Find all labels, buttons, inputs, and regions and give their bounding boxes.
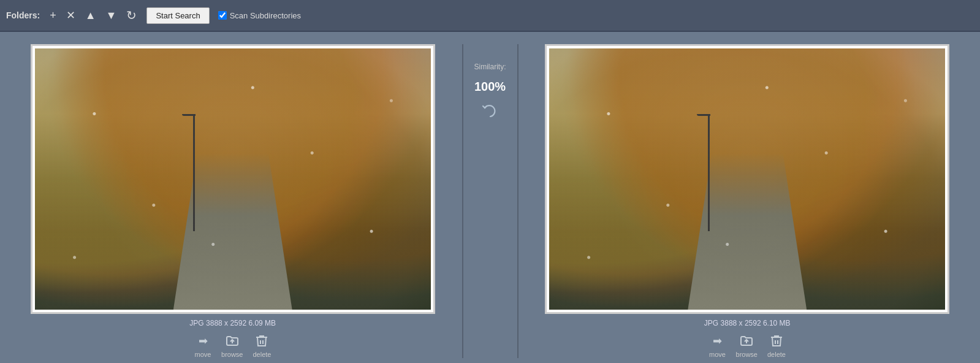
- left-move-label: move: [195, 351, 211, 358]
- move-arrow-icon: ➡: [194, 332, 211, 350]
- right-delete-trash-icon: [768, 332, 785, 350]
- right-move-arrow-icon: ➡: [709, 332, 726, 350]
- add-folder-button[interactable]: +: [47, 9, 59, 22]
- left-image: [35, 48, 431, 310]
- raindrops-left: [35, 48, 431, 310]
- similarity-value: 100%: [474, 80, 506, 94]
- left-browse-button[interactable]: browse: [221, 332, 243, 358]
- left-divider: [462, 44, 463, 358]
- scan-subdirs-checkbox[interactable]: [218, 11, 227, 20]
- folders-label: Folders:: [6, 10, 40, 20]
- scan-subdirs-label[interactable]: Scan Subdirectories: [218, 11, 301, 20]
- right-image: [549, 48, 945, 310]
- left-image-frame: [31, 44, 435, 314]
- move-up-button[interactable]: ▲: [83, 9, 99, 22]
- right-delete-button[interactable]: delete: [767, 332, 786, 358]
- right-image-frame: [545, 44, 949, 314]
- start-search-button[interactable]: Start Search: [146, 7, 209, 24]
- lamp-post-right: [708, 114, 710, 232]
- left-delete-label: delete: [253, 351, 271, 358]
- left-image-actions: ➡ move browse: [194, 332, 271, 358]
- toolbar: Folders: + ✕ ▲ ▼ ↻ Start Search Scan Sub…: [0, 0, 980, 32]
- road-right: [688, 153, 807, 310]
- right-browse-button[interactable]: browse: [736, 332, 758, 358]
- move-down-button[interactable]: ▼: [104, 9, 120, 22]
- left-move-button[interactable]: ➡ move: [194, 332, 211, 358]
- similarity-panel: Similarity: 100%: [466, 44, 515, 123]
- right-divider: [517, 44, 518, 358]
- main-content: JPG 3888 x 2592 6.09 MB ➡ move browse: [0, 32, 980, 363]
- similarity-label: Similarity:: [474, 63, 506, 71]
- raindrops-right: [549, 48, 945, 310]
- road-left: [173, 153, 292, 310]
- browse-folder-icon: [224, 332, 241, 350]
- right-image-info: JPG 3888 x 2592 6.10 MB: [704, 319, 791, 327]
- left-delete-button[interactable]: delete: [253, 332, 271, 358]
- right-move-button[interactable]: ➡ move: [709, 332, 726, 358]
- right-image-panel: JPG 3888 x 2592 6.10 MB ➡ move browse: [521, 44, 974, 358]
- remove-folder-button[interactable]: ✕: [64, 9, 78, 22]
- delete-trash-icon: [253, 332, 270, 350]
- left-image-info: JPG 3888 x 2592 6.09 MB: [189, 319, 276, 327]
- left-image-panel: JPG 3888 x 2592 6.09 MB ➡ move browse: [6, 44, 460, 358]
- right-browse-label: browse: [736, 351, 758, 358]
- lamp-post-left: [193, 114, 195, 232]
- right-move-label: move: [709, 351, 726, 358]
- left-browse-label: browse: [221, 351, 243, 358]
- right-browse-folder-icon: [738, 332, 755, 350]
- right-image-actions: ➡ move browse: [709, 332, 786, 358]
- refresh-button[interactable]: ↻: [124, 8, 139, 23]
- right-delete-label: delete: [767, 351, 786, 358]
- scan-subdirs-text: Scan Subdirectories: [230, 11, 301, 20]
- swap-images-button[interactable]: [482, 102, 499, 123]
